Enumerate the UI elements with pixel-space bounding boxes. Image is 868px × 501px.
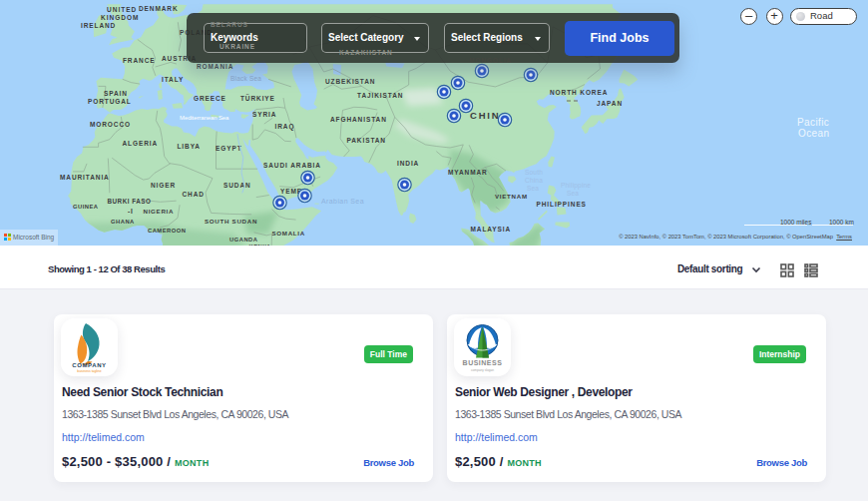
svg-text:GUINEA: GUINEA: [73, 204, 99, 210]
svg-text:VIETNAM: VIETNAM: [495, 193, 528, 200]
svg-text:DENMARK: DENMARK: [139, 5, 179, 12]
svg-text:South: South: [525, 169, 543, 176]
svg-text:BUSINESS: BUSINESS: [463, 359, 503, 366]
svg-text:TÜRKIYE: TÜRKIYE: [240, 94, 275, 102]
svg-text:Pacific: Pacific: [797, 117, 829, 128]
svg-text:MAURITANIA: MAURITANIA: [60, 174, 110, 181]
svg-text:SYRIA: SYRIA: [252, 111, 276, 118]
svg-text:CAMEROON: CAMEROON: [148, 228, 186, 234]
svg-text:SPAIN: SPAIN: [104, 90, 128, 97]
svg-text:-I: -I: [128, 208, 134, 215]
svg-text:Ocean: Ocean: [798, 128, 829, 139]
svg-text:business tagline: business tagline: [77, 369, 101, 373]
svg-text:NORTH KOREA: NORTH KOREA: [550, 89, 608, 96]
svg-text:UNITED: UNITED: [107, 6, 137, 13]
svg-text:UGANDA: UGANDA: [229, 237, 258, 243]
svg-text:China: China: [525, 177, 543, 184]
svg-text:UZBEKISTAN: UZBEKISTAN: [325, 78, 375, 85]
svg-text:IRAQ: IRAQ: [275, 123, 295, 131]
svg-text:AFGHANISTAN: AFGHANISTAN: [330, 116, 387, 123]
svg-text:Arabian Sea: Arabian Sea: [321, 198, 364, 205]
svg-text:GHANA: GHANA: [111, 219, 135, 225]
svg-text:ALGERIA: ALGERIA: [123, 140, 159, 147]
svg-text:INDIA: INDIA: [397, 160, 419, 167]
svg-text:SAUDI ARABIA: SAUDI ARABIA: [263, 162, 321, 169]
svg-text:SOMALIA: SOMALIA: [272, 230, 305, 237]
svg-text:BURKI FASO: BURKI FASO: [108, 198, 152, 205]
svg-text:COMPANY: COMPANY: [72, 362, 106, 368]
svg-text:TAJIKISTAN: TAJIKISTAN: [357, 92, 403, 99]
svg-text:company slogan: company slogan: [471, 368, 494, 372]
svg-text:ROMANIA: ROMANIA: [197, 63, 233, 70]
svg-text:MOROCCO: MOROCCO: [90, 121, 131, 128]
svg-text:MALAYSIA: MALAYSIA: [471, 226, 512, 233]
svg-text:PORTUGAL: PORTUGAL: [88, 98, 132, 105]
svg-text:Black Sea: Black Sea: [230, 75, 261, 82]
svg-text:SUDAN: SUDAN: [223, 182, 251, 189]
svg-text:ITALY: ITALY: [162, 76, 184, 83]
svg-text:IRELAND: IRELAND: [81, 22, 116, 29]
svg-text:LIBYA: LIBYA: [178, 143, 201, 150]
svg-text:Sea: Sea: [527, 185, 539, 192]
svg-text:FRANCE: FRANCE: [123, 57, 155, 64]
svg-text:NIGER: NIGER: [151, 182, 176, 189]
svg-text:KINGDOM: KINGDOM: [101, 14, 139, 21]
svg-text:CHAD: CHAD: [183, 191, 205, 198]
svg-text:SOUTH SUDAN: SOUTH SUDAN: [205, 218, 257, 225]
svg-text:Philippine: Philippine: [561, 182, 591, 190]
svg-text:Mediterranean Sea: Mediterranean Sea: [180, 115, 229, 121]
svg-text:EGYPT: EGYPT: [216, 145, 242, 152]
svg-text:PHILIPPINES: PHILIPPINES: [537, 201, 587, 208]
svg-text:NIGERIA: NIGERIA: [144, 208, 175, 215]
svg-text:GREECE: GREECE: [194, 95, 226, 102]
svg-text:JAPAN: JAPAN: [597, 100, 623, 107]
svg-text:PAKISTAN: PAKISTAN: [347, 137, 386, 144]
svg-text:MYANMAR: MYANMAR: [448, 169, 488, 176]
svg-text:Sea: Sea: [567, 190, 579, 197]
